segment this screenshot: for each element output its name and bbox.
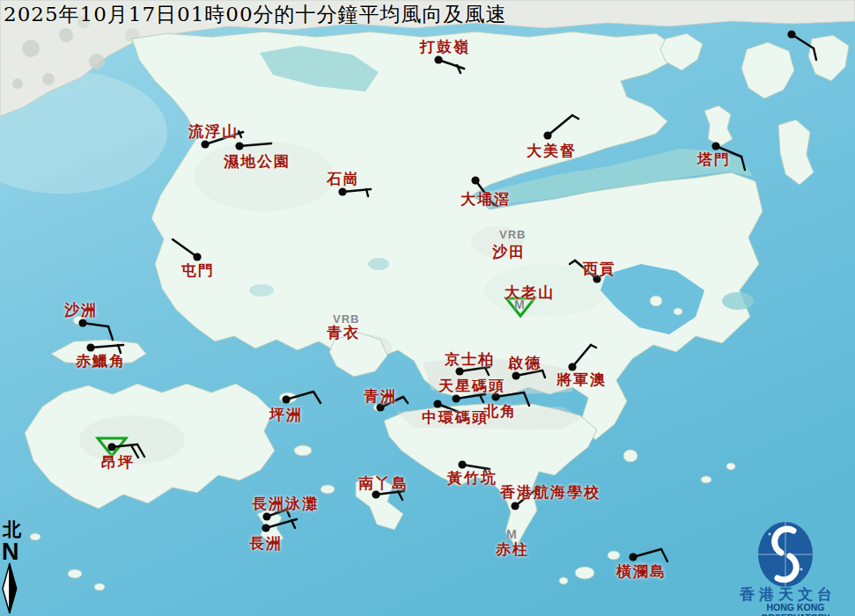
station-label: 昂坪 (101, 452, 135, 473)
hko-logo (758, 522, 813, 587)
hko-logo-name-en: HONG KONG OBSERVATORY (736, 602, 855, 616)
station-label: 大老山 (505, 282, 555, 303)
station-label: 橫瀾島 (616, 561, 667, 582)
station-label: 流浮山 (188, 121, 239, 142)
station-label: 黃竹坑 (447, 468, 498, 488)
station-label: 青洲 (364, 386, 397, 407)
vrb-marker: VRB (499, 228, 526, 241)
station-label: 長洲泳灘 (252, 494, 319, 514)
station-label: 大美督 (527, 141, 577, 161)
station-label: 沙田 (492, 242, 526, 262)
shing-mun-reservoir (368, 258, 389, 270)
hong-kong-map (0, 0, 855, 616)
map-title: 2025年10月17日01時00分的十分鐘平均風向及風速 (4, 1, 507, 28)
station-label: 啟德 (508, 353, 542, 373)
wind-barb-dot (107, 443, 115, 451)
station-label: 屯門 (181, 260, 215, 281)
hko-wind-map: 2025年10月17日01時00分的十分鐘平均風向及風速 北 N 打鼓嶺流浮山濕… (0, 0, 855, 616)
station-label: 沙洲 (64, 300, 98, 320)
north-indicator: 北 N (1, 517, 22, 561)
station-label: 香港航海學校 (500, 482, 601, 502)
station-label: 塔門 (697, 150, 731, 170)
station-label: 南丫島 (358, 473, 409, 494)
station-label: 天星碼頭 (439, 376, 505, 396)
high-island-reservoir (722, 292, 754, 310)
wind-barb-dot (471, 176, 479, 184)
wind-barb-dot (629, 553, 637, 561)
wind-barb-dot (235, 142, 243, 150)
wind-barb-dot (543, 131, 551, 139)
wind-barb-dot (282, 395, 290, 403)
station-label: 京士柏 (445, 349, 495, 370)
station-label: 赤柱 (496, 539, 529, 560)
wind-barb-dot (262, 524, 269, 532)
north-letter: N (2, 542, 22, 561)
station-label: 中環碼頭 (422, 407, 489, 428)
station-label: 石崗 (327, 169, 360, 189)
station-label: 濕地公園 (224, 151, 291, 172)
wind-barb-dot (787, 30, 795, 38)
station-label: 赤鱲角 (76, 351, 126, 371)
station-label: 坪洲 (269, 405, 303, 425)
station-label: 將軍澳 (556, 370, 607, 390)
station-label: 大埔滘 (461, 189, 511, 209)
tai-lam-reservoir (249, 284, 274, 297)
wind-barb-dot (511, 502, 519, 510)
station-label: 西貢 (583, 259, 616, 279)
station-label: 青衣 (327, 323, 360, 343)
station-label: 長洲 (249, 533, 283, 554)
station-label: 打鼓嶺 (420, 37, 470, 57)
